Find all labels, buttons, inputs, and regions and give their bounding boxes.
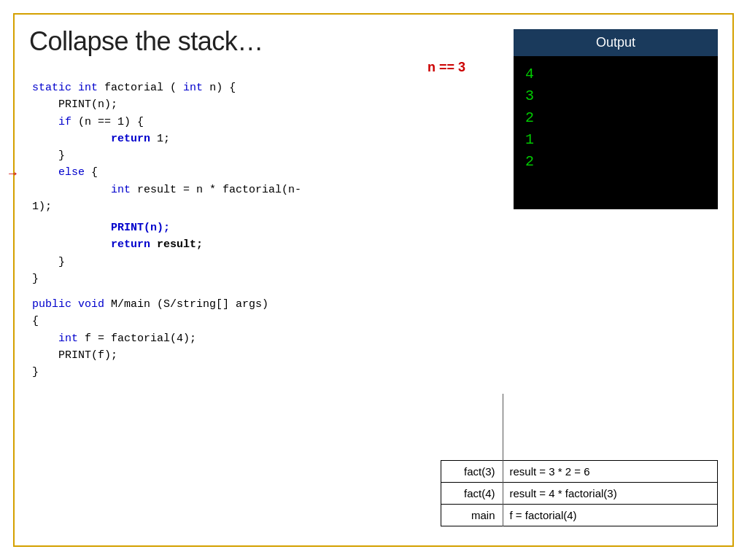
frame-label-main: main — [441, 505, 500, 526]
output-line-3: 2 — [525, 107, 706, 129]
code-line-15: int f = factorial(4); — [29, 330, 718, 347]
stack-row-fact4: fact(4) result = 4 * factorial(3) — [441, 483, 718, 505]
output-line-1: 4 — [525, 63, 706, 85]
code-line-8: PRINT(n); — [29, 219, 718, 236]
keyword-return-1: return — [111, 133, 150, 145]
keyword-if: if — [58, 116, 71, 128]
frame-content-fact3: result = 3 * 2 = 6 — [500, 461, 718, 483]
code-line-10: } — [29, 254, 718, 271]
output-body: 4 3 2 1 2 — [514, 56, 718, 209]
keyword-print-1: PRINT(n); — [111, 222, 170, 234]
frame-label-fact3: fact(3) — [441, 461, 500, 483]
output-line-4: 1 — [525, 129, 706, 151]
output-line-5: 2 — [525, 151, 706, 173]
keyword-int-1: int — [78, 82, 98, 94]
keyword-return-2: return — [111, 238, 150, 251]
vertical-divider — [503, 394, 503, 526]
keyword-int-param: int — [183, 82, 203, 94]
slide-container: Collapse the stack… n == 3 static int fa… — [0, 0, 747, 560]
code-line-16: PRINT(f); — [29, 347, 718, 364]
keyword-int-f: int — [58, 332, 78, 345]
code-line-11: } — [29, 271, 718, 287]
code-line-14: { — [29, 313, 718, 330]
keyword-void: void — [78, 298, 104, 311]
keyword-else: else — [58, 166, 85, 179]
code-line-13: public void M/main (S/string[] args) — [29, 296, 718, 313]
code-line-9: return result; — [29, 236, 718, 253]
slide-content: Collapse the stack… n == 3 static int fa… — [15, 15, 732, 545]
output-title: Output — [514, 29, 718, 56]
frame-content-main: f = factorial(4) — [500, 505, 718, 526]
arrow-indicator: → — [9, 164, 17, 184]
stack-row-fact3: fact(3) result = 3 * 2 = 6 — [441, 461, 718, 483]
frame-label-fact4: fact(4) — [441, 483, 500, 505]
keyword-static: static — [32, 82, 71, 94]
keyword-int-result: int — [111, 184, 131, 196]
output-line-2: 3 — [525, 85, 706, 107]
output-panel: Output 4 3 2 1 2 — [514, 29, 718, 209]
keyword-result: result; — [157, 238, 203, 251]
code-line-17: } — [29, 364, 718, 381]
frame-content-fact4: result = 4 * factorial(3) — [500, 483, 718, 505]
stack-row-main: main f = factorial(4) — [441, 505, 718, 526]
keyword-public: public — [32, 298, 71, 311]
stack-table: fact(3) result = 3 * 2 = 6 fact(4) resul… — [441, 460, 718, 526]
